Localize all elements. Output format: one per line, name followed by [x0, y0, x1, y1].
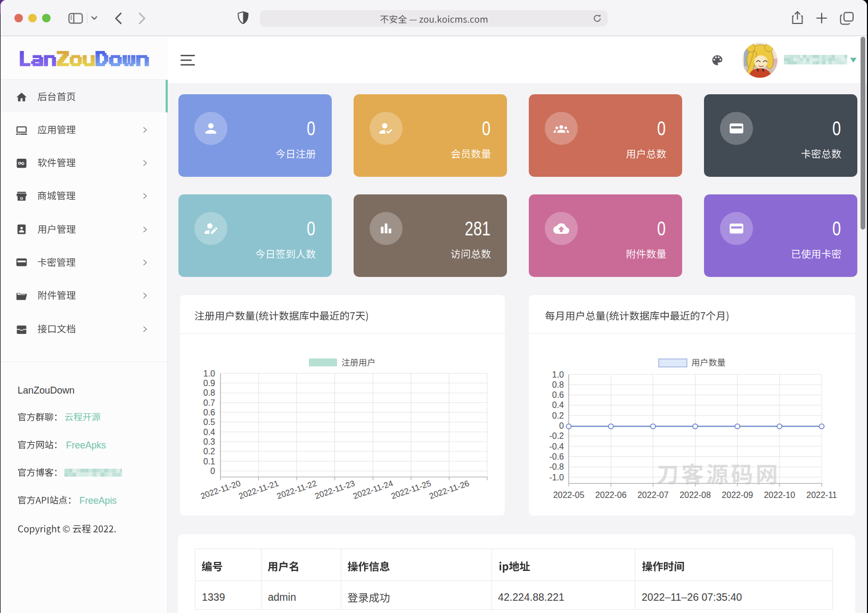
svg-text:0.4: 0.4 [203, 428, 215, 437]
svg-text:-0.2: -0.2 [549, 431, 564, 440]
svg-text:2022-11-21: 2022-11-21 [238, 478, 280, 501]
svg-text:2022-10: 2022-10 [764, 491, 795, 500]
svg-text:2022-07: 2022-07 [637, 491, 669, 500]
svg-text:0.6: 0.6 [203, 408, 215, 417]
svg-text:2022-11-26: 2022-11-26 [428, 478, 470, 501]
svg-text:0.2: 0.2 [203, 447, 215, 456]
svg-text:0.2: 0.2 [552, 411, 564, 420]
svg-text:-0.4: -0.4 [549, 442, 564, 451]
svg-text:2022-09: 2022-09 [722, 491, 753, 500]
svg-text:0.4: 0.4 [552, 401, 564, 410]
svg-text:-0.8: -0.8 [549, 462, 564, 471]
svg-text:2022-11-25: 2022-11-25 [390, 478, 432, 501]
svg-text:-1.0: -1.0 [549, 473, 564, 482]
svg-text:0: 0 [559, 421, 564, 430]
svg-text:0: 0 [210, 467, 215, 476]
svg-text:2022-11-20: 2022-11-20 [199, 478, 242, 501]
svg-text:0.7: 0.7 [203, 398, 215, 407]
svg-text:0.5: 0.5 [203, 418, 215, 427]
svg-text:0.3: 0.3 [203, 437, 215, 446]
svg-text:2022-05: 2022-05 [553, 491, 585, 500]
svg-text:1.0: 1.0 [552, 370, 564, 379]
svg-text:2022-06: 2022-06 [595, 491, 627, 500]
svg-text:2022-11-23: 2022-11-23 [314, 478, 356, 501]
svg-text:2022-11-22: 2022-11-22 [275, 478, 317, 501]
svg-text:-0.6: -0.6 [549, 452, 564, 461]
svg-text:2022-11: 2022-11 [806, 491, 837, 500]
svg-text:0.6: 0.6 [552, 390, 564, 399]
svg-text:0.1: 0.1 [203, 457, 215, 466]
svg-text:2022-08: 2022-08 [679, 491, 711, 500]
svg-text:0.8: 0.8 [552, 380, 564, 389]
svg-text:0.8: 0.8 [203, 388, 215, 397]
svg-text:0.9: 0.9 [203, 379, 215, 388]
svg-text:2022-11-24: 2022-11-24 [352, 478, 395, 501]
svg-text:G: G [20, 195, 23, 200]
svg-text:1.0: 1.0 [203, 369, 215, 378]
